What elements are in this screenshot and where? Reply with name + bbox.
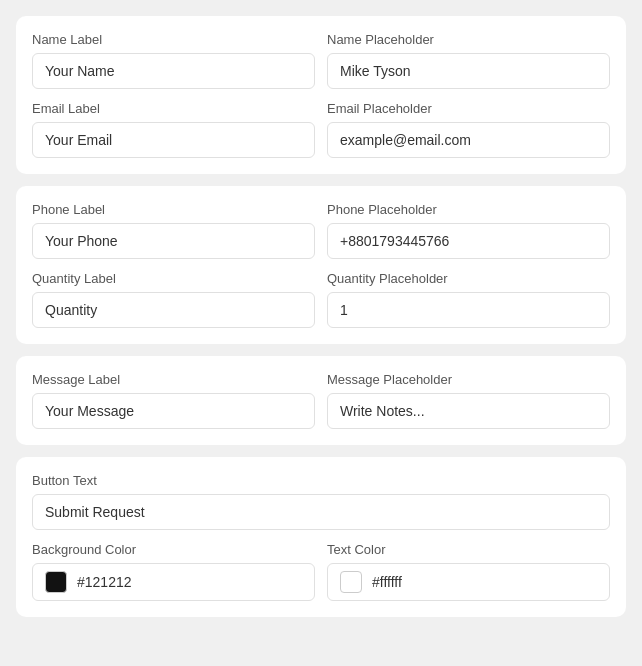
phone-placeholder-input[interactable] bbox=[327, 223, 610, 259]
email-label-input[interactable] bbox=[32, 122, 315, 158]
message-placeholder-input[interactable] bbox=[327, 393, 610, 429]
background-color-swatch bbox=[45, 571, 67, 593]
background-color-label: Background Color bbox=[32, 542, 315, 557]
message-placeholder-label: Message Placeholder bbox=[327, 372, 610, 387]
phone-label-group: Phone Label bbox=[32, 202, 315, 259]
text-color-swatch bbox=[340, 571, 362, 593]
quantity-label-label: Quantity Label bbox=[32, 271, 315, 286]
button-text-group: Button Text bbox=[32, 473, 610, 530]
phone-placeholder-group: Phone Placeholder bbox=[327, 202, 610, 259]
message-row: Message Label Message Placeholder bbox=[32, 372, 610, 429]
quantity-placeholder-input[interactable] bbox=[327, 292, 610, 328]
name-email-section: Name Label Name Placeholder Email Label … bbox=[16, 16, 626, 174]
email-placeholder-label: Email Placeholder bbox=[327, 101, 610, 116]
email-row: Email Label Email Placeholder bbox=[32, 101, 610, 158]
message-placeholder-group: Message Placeholder bbox=[327, 372, 610, 429]
text-color-label: Text Color bbox=[327, 542, 610, 557]
name-label-input[interactable] bbox=[32, 53, 315, 89]
color-row: Background Color #121212 Text Color #fff… bbox=[32, 542, 610, 601]
button-text-input[interactable] bbox=[32, 494, 610, 530]
name-label-group: Name Label bbox=[32, 32, 315, 89]
background-color-value: #121212 bbox=[77, 574, 132, 590]
email-label-label: Email Label bbox=[32, 101, 315, 116]
quantity-placeholder-group: Quantity Placeholder bbox=[327, 271, 610, 328]
name-label-label: Name Label bbox=[32, 32, 315, 47]
email-placeholder-input[interactable] bbox=[327, 122, 610, 158]
message-section: Message Label Message Placeholder bbox=[16, 356, 626, 445]
message-label-group: Message Label bbox=[32, 372, 315, 429]
phone-quantity-section: Phone Label Phone Placeholder Quantity L… bbox=[16, 186, 626, 344]
email-label-group: Email Label bbox=[32, 101, 315, 158]
message-label-label: Message Label bbox=[32, 372, 315, 387]
phone-label-label: Phone Label bbox=[32, 202, 315, 217]
name-placeholder-input[interactable] bbox=[327, 53, 610, 89]
email-placeholder-group: Email Placeholder bbox=[327, 101, 610, 158]
name-placeholder-label: Name Placeholder bbox=[327, 32, 610, 47]
text-color-group: Text Color #ffffff bbox=[327, 542, 610, 601]
phone-label-input[interactable] bbox=[32, 223, 315, 259]
text-color-value: #ffffff bbox=[372, 574, 402, 590]
message-label-input[interactable] bbox=[32, 393, 315, 429]
name-row: Name Label Name Placeholder bbox=[32, 32, 610, 89]
quantity-label-group: Quantity Label bbox=[32, 271, 315, 328]
button-text-label: Button Text bbox=[32, 473, 610, 488]
quantity-row: Quantity Label Quantity Placeholder bbox=[32, 271, 610, 328]
phone-placeholder-label: Phone Placeholder bbox=[327, 202, 610, 217]
text-color-input-wrapper[interactable]: #ffffff bbox=[327, 563, 610, 601]
phone-row: Phone Label Phone Placeholder bbox=[32, 202, 610, 259]
button-text-row: Button Text bbox=[32, 473, 610, 530]
button-section: Button Text Background Color #121212 Tex… bbox=[16, 457, 626, 617]
background-color-group: Background Color #121212 bbox=[32, 542, 315, 601]
quantity-label-input[interactable] bbox=[32, 292, 315, 328]
name-placeholder-group: Name Placeholder bbox=[327, 32, 610, 89]
quantity-placeholder-label: Quantity Placeholder bbox=[327, 271, 610, 286]
background-color-input-wrapper[interactable]: #121212 bbox=[32, 563, 315, 601]
